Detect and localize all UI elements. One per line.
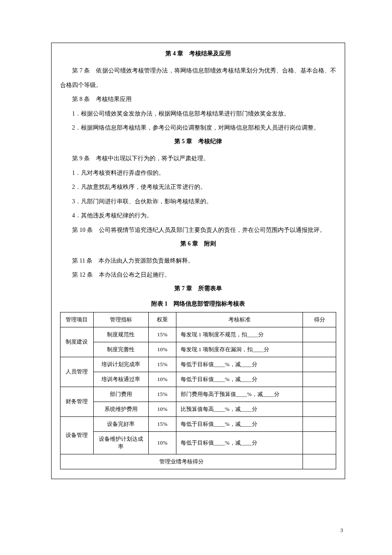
cell-metric: 设备完好率 <box>93 416 148 431</box>
cell-score <box>303 387 336 402</box>
table-row: 设备维护计划达成率10%每低于目标值____%，减____分 <box>61 431 336 454</box>
col-header-weight: 权重 <box>149 312 176 327</box>
table-row: 系统维护费用10%比预算值每高____%，减____分 <box>61 402 336 416</box>
cell-standard: 每低于目标值____%，减____分 <box>176 431 303 454</box>
cell-weight: 10% <box>149 402 176 416</box>
article-8: 第 8 条 考核结果应用 <box>60 92 336 107</box>
cell-metric: 制度规范性 <box>93 327 148 342</box>
article-10: 第 10 条 公司将视情节追究违纪人员及部门主要负责人的责任，并在公司范围内予以… <box>60 223 336 237</box>
cell-metric: 设备维护计划达成率 <box>93 431 148 454</box>
table-row: 培训考核通过率10%每低于目标值____%，减____分 <box>61 372 336 387</box>
footer-label: 管理业绩考核得分 <box>61 454 303 469</box>
content-frame: 第 4 章 考核结果及应用 第 7 条 依据公司绩效考核管理办法，将网络信息部绩… <box>51 43 345 479</box>
article-12: 第 12 条 本办法自公布之日起施行。 <box>60 268 336 282</box>
assessment-table: 管理项目 管理指标 权重 考核标准 得分 制度建设制度规范性15%每发现 1 项… <box>60 312 336 469</box>
article-9-item-2: 2．凡故意扰乱考核秩序，使考核无法正常进行的。 <box>60 180 336 194</box>
col-header-metric: 管理指标 <box>93 312 148 327</box>
cell-metric: 制度完善性 <box>93 342 148 357</box>
cell-weight: 15% <box>149 387 176 402</box>
chapter-4-title: 第 4 章 考核结果及应用 <box>60 50 336 58</box>
table-row: 财务管理部门费用15%部门费用每高于预算值____%，减____分 <box>61 387 336 402</box>
cell-standard: 比预算值每高____%，减____分 <box>176 402 303 416</box>
cell-metric: 培训考核通过率 <box>93 372 148 387</box>
cell-standard: 每低于目标值____%，减____分 <box>176 357 303 372</box>
cell-standard: 每低于目标值____%，减____分 <box>176 416 303 431</box>
cell-score <box>303 372 336 387</box>
col-header-score: 得分 <box>303 312 336 327</box>
col-header-standard: 考核标准 <box>176 312 303 327</box>
chapter-7-title: 第 7 章 所需表单 <box>60 285 336 292</box>
article-11: 第 11 条 本办法由人力资源部负责最终解释。 <box>60 254 336 268</box>
cell-item: 财务管理 <box>61 387 94 416</box>
page-number: 3 <box>340 527 343 534</box>
article-7: 第 7 条 依据公司绩效考核管理办法，将网络信息部绩效考核结果划分为优秀、合格、… <box>60 64 336 92</box>
cell-metric: 部门费用 <box>93 387 148 402</box>
cell-weight: 15% <box>149 327 176 342</box>
cell-score <box>303 342 336 357</box>
article-8-item-1: 1．根据公司绩效奖金发放办法，根据网络信息部考核结果进行部门绩效奖金发放。 <box>60 107 336 121</box>
cell-item: 人员管理 <box>61 357 94 387</box>
article-9-item-3: 3．凡部门间进行串联、合伙欺诈，影响考核结果的。 <box>60 194 336 209</box>
article-9-item-1: 1．凡对考核资料进行弄虚作假的。 <box>60 166 336 180</box>
cell-standard: 部门费用每高于预算值____%，减____分 <box>176 387 303 402</box>
cell-standard: 每低于目标值____%，减____分 <box>176 372 303 387</box>
table-row: 制度建设制度规范性15%每发现 1 项制度不规范，扣____分 <box>61 327 336 342</box>
article-9-item-4: 4．其他违反考核纪律的行为。 <box>60 208 336 223</box>
cell-weight: 10% <box>149 431 176 454</box>
chapter-5-title: 第 5 章 考核纪律 <box>60 138 336 145</box>
table-row: 设备管理设备完好率15%每低于目标值____%，减____分 <box>61 416 336 431</box>
cell-score <box>303 402 336 416</box>
cell-metric: 培训计划完成率 <box>93 357 148 372</box>
cell-score <box>303 327 336 342</box>
cell-standard: 每发现 1 项制度存在漏洞，扣____分 <box>176 342 303 357</box>
table-header-row: 管理项目 管理指标 权重 考核标准 得分 <box>61 312 336 327</box>
cell-item: 设备管理 <box>61 416 94 454</box>
cell-score <box>303 416 336 431</box>
cell-standard: 每发现 1 项制度不规范，扣____分 <box>176 327 303 342</box>
cell-metric: 系统维护费用 <box>93 402 148 416</box>
attachment-1-title: 附表 1 网络信息部管理指标考核表 <box>60 300 336 308</box>
article-9: 第 9 条 考核中出现以下行为的，将予以严肃处理。 <box>60 151 336 166</box>
table-footer-row: 管理业绩考核得分 <box>61 454 336 469</box>
table-row: 制度完善性10%每发现 1 项制度存在漏洞，扣____分 <box>61 342 336 357</box>
cell-score <box>303 357 336 372</box>
footer-value <box>303 454 336 469</box>
cell-weight: 10% <box>149 342 176 357</box>
cell-item: 制度建设 <box>61 327 94 357</box>
page: 第 4 章 考核结果及应用 第 7 条 依据公司绩效考核管理办法，将网络信息部绩… <box>0 0 392 555</box>
cell-weight: 15% <box>149 416 176 431</box>
article-8-item-2: 2．根据网络信息部考核结果，参考公司岗位调整制度，对网络信息部相关人员进行岗位调… <box>60 121 336 135</box>
table-row: 人员管理培训计划完成率15%每低于目标值____%，减____分 <box>61 357 336 372</box>
cell-weight: 15% <box>149 357 176 372</box>
chapter-6-title: 第 6 章 附则 <box>60 240 336 248</box>
cell-score <box>303 431 336 454</box>
cell-weight: 10% <box>149 372 176 387</box>
col-header-item: 管理项目 <box>61 312 94 327</box>
